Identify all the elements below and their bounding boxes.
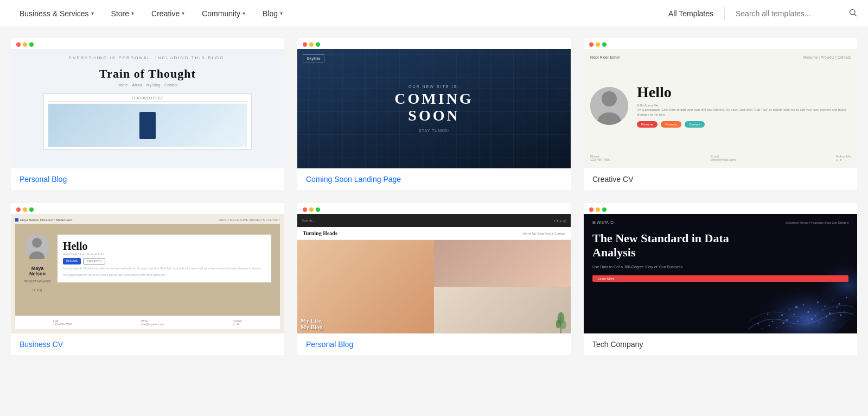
biz-cv-topbar: Maya Nelson PROJECT MANAGER ABOUT ME RES… bbox=[15, 218, 280, 222]
dot-maximize bbox=[602, 42, 607, 47]
blog2-hero: My Life.My Blog. bbox=[297, 240, 571, 333]
nav-item-creative[interactable]: Creative ▾ bbox=[143, 0, 193, 27]
card-thumbnail: Skyline OUR NEW SITE IS: COMINGSOON STAY… bbox=[297, 49, 571, 168]
svg-point-28 bbox=[762, 328, 763, 329]
all-templates-link[interactable]: All Templates bbox=[668, 9, 713, 18]
svg-point-36 bbox=[819, 322, 820, 323]
biz-cv-main: MayaNelson PROJECT MANAGER f ✗ in @ Hell… bbox=[15, 224, 280, 316]
svg-point-18 bbox=[779, 316, 780, 317]
templates-grid: EVERYTHING IS PERSONAL. INCLUDING THIS B… bbox=[11, 38, 857, 355]
svg-point-46 bbox=[810, 308, 811, 309]
hero-image-left: My Life.My Blog. bbox=[297, 240, 434, 333]
svg-point-24 bbox=[822, 309, 823, 310]
svg-point-29 bbox=[768, 325, 770, 326]
dot-minimize bbox=[596, 207, 600, 212]
chevron-down-icon: ▾ bbox=[242, 10, 245, 16]
svg-point-25 bbox=[829, 312, 831, 314]
svg-point-21 bbox=[801, 318, 802, 319]
dot-close bbox=[589, 42, 593, 47]
cv-avatar bbox=[590, 87, 628, 125]
chevron-down-icon: ▾ bbox=[91, 10, 94, 16]
biz-avatar bbox=[25, 235, 49, 259]
nav-item-business-services[interactable]: Business & Services ▾ bbox=[11, 0, 103, 27]
cv-footer: Phone123-456-7890 Emailinfo@mysite.com F… bbox=[590, 148, 851, 162]
dot-minimize bbox=[23, 207, 27, 212]
svg-point-39 bbox=[840, 314, 842, 317]
nav-label-creative: Creative bbox=[151, 9, 180, 18]
svg-point-38 bbox=[833, 319, 834, 320]
search-bar bbox=[736, 8, 857, 19]
main-nav: Business & Services ▾ Store ▾ Creative ▾… bbox=[0, 0, 868, 27]
card-label: Business CV bbox=[11, 333, 284, 355]
chevron-down-icon: ▾ bbox=[131, 10, 134, 16]
card-label: Tech Company bbox=[584, 333, 857, 355]
template-card-personal-blog-2[interactable]: Search... f ✗ in @ Turning Heads Home My… bbox=[297, 203, 571, 355]
card-label: Coming Soon Landing Page bbox=[297, 168, 571, 190]
blog-nav: Home About My Blog Contact bbox=[118, 83, 177, 87]
svg-point-3 bbox=[602, 91, 617, 106]
dot-minimize bbox=[309, 207, 314, 212]
dot-close bbox=[589, 207, 593, 212]
blog-preview: EVERYTHING IS PERSONAL. INCLUDING THIS B… bbox=[11, 49, 284, 168]
tech-cta-button: Learn More bbox=[592, 275, 848, 282]
biz-role: PROJECT MANAGER bbox=[24, 280, 51, 283]
card-label: Personal Blog bbox=[297, 333, 571, 355]
dot-close bbox=[16, 207, 21, 212]
nav-item-community[interactable]: Community ▾ bbox=[193, 0, 254, 27]
template-card-coming-soon[interactable]: Skyline OUR NEW SITE IS: COMINGSOON STAY… bbox=[297, 38, 571, 190]
nav-label-store: Store bbox=[111, 9, 129, 18]
window-controls bbox=[11, 38, 284, 49]
svg-point-50 bbox=[838, 303, 840, 305]
blog-featured: FEATURED POST bbox=[43, 93, 252, 150]
search-input[interactable] bbox=[736, 9, 844, 18]
svg-point-0 bbox=[850, 9, 855, 14]
hero-image-top bbox=[434, 240, 571, 287]
svg-point-26 bbox=[836, 306, 838, 308]
svg-line-1 bbox=[854, 14, 857, 16]
blog-image bbox=[48, 104, 247, 147]
window-controls bbox=[584, 203, 857, 214]
nav-divider bbox=[724, 7, 725, 20]
dot-minimize bbox=[23, 42, 27, 47]
svg-point-20 bbox=[793, 313, 795, 315]
dot-maximize bbox=[29, 207, 34, 212]
template-card-personal-blog-1[interactable]: EVERYTHING IS PERSONAL. INCLUDING THIS B… bbox=[11, 38, 284, 190]
svg-point-11 bbox=[561, 320, 566, 329]
cv-btn-projects: Projects bbox=[661, 121, 681, 128]
tech-headline: The New Standard in Data Analysis bbox=[592, 231, 733, 260]
window-controls bbox=[584, 38, 857, 49]
coming-soon-logo: Skyline bbox=[303, 54, 324, 62]
dot-maximize bbox=[602, 207, 607, 212]
nav-item-store[interactable]: Store ▾ bbox=[103, 0, 143, 27]
cv-btn-contact: Contact bbox=[685, 121, 705, 128]
hero-label: My Life.My Blog. bbox=[301, 317, 324, 330]
chevron-down-icon: ▾ bbox=[182, 10, 184, 16]
svg-point-16 bbox=[765, 319, 766, 320]
svg-point-49 bbox=[832, 300, 833, 301]
card-thumbnail: Nicol Rider Editor Resume | Projects | C… bbox=[584, 49, 857, 168]
svg-point-31 bbox=[782, 322, 784, 324]
window-controls bbox=[297, 38, 571, 49]
search-button[interactable] bbox=[848, 8, 857, 19]
biz-btn-resume: RESUME bbox=[63, 258, 81, 264]
template-card-tech-company[interactable]: ⊞ WISTA.IO Solutions Home Programs Blog … bbox=[584, 203, 857, 355]
svg-point-42 bbox=[781, 314, 783, 317]
blog-tagline: EVERYTHING IS PERSONAL. INCLUDING THIS B… bbox=[69, 55, 227, 60]
cv-content: Hello A Bit About Me:I'm a paragraph. Cl… bbox=[590, 64, 851, 148]
nav-label-blog: Blog bbox=[263, 9, 278, 18]
cv-btn-resume: Resume bbox=[637, 121, 658, 128]
svg-point-22 bbox=[807, 311, 809, 313]
dot-close bbox=[16, 42, 21, 47]
nav-right: All Templates bbox=[668, 7, 857, 20]
plant-decoration bbox=[556, 312, 566, 333]
biz-cv-right: Hello Here's who I am & what I do RESUME… bbox=[58, 235, 271, 282]
coming-soon-text: OUR NEW SITE IS: COMINGSOON STAY TUNED! bbox=[394, 85, 473, 133]
template-card-creative-cv[interactable]: Nicol Rider Editor Resume | Projects | C… bbox=[584, 38, 857, 190]
svg-point-40 bbox=[767, 313, 769, 315]
tech-preview: ⊞ WISTA.IO Solutions Home Programs Blog … bbox=[584, 214, 857, 333]
dot-minimize bbox=[596, 42, 600, 47]
template-card-business-cv[interactable]: Maya Nelson PROJECT MANAGER ABOUT ME RES… bbox=[11, 203, 284, 355]
nav-label-business-services: Business & Services bbox=[20, 9, 89, 18]
card-thumbnail: EVERYTHING IS PERSONAL. INCLUDING THIS B… bbox=[11, 49, 284, 168]
nav-item-blog[interactable]: Blog ▾ bbox=[254, 0, 291, 27]
